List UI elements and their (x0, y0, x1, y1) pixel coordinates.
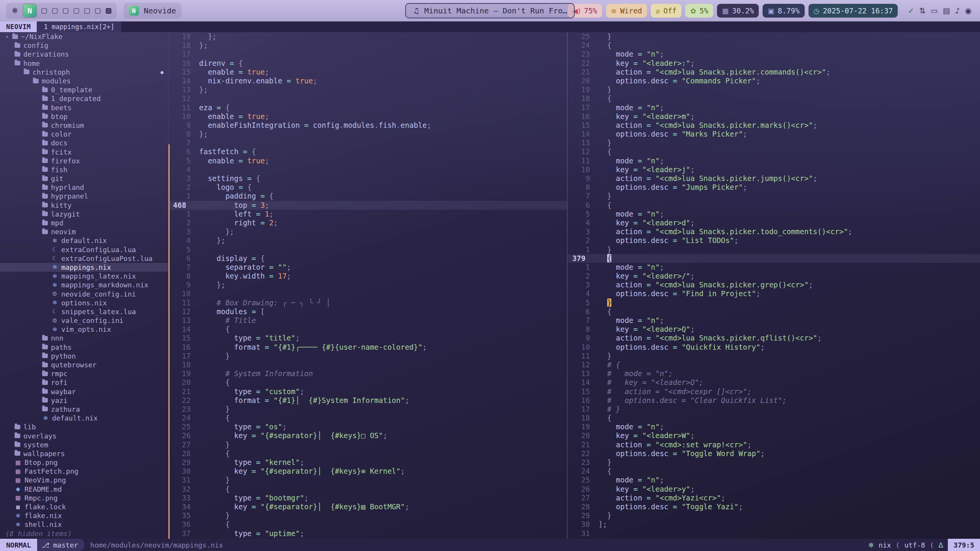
code-line[interactable]: 13 # Title (168, 316, 567, 325)
tree-item-default-nix[interactable]: ❄default.nix (0, 236, 168, 245)
tree-item-color[interactable]: color (0, 130, 168, 139)
code-line[interactable]: 24 { (168, 414, 567, 422)
tree-item-hyprpanel[interactable]: hyprpanel (0, 192, 168, 201)
code-line[interactable]: 13 } (568, 139, 980, 147)
workspace-6[interactable] (74, 8, 79, 14)
tree-item-python[interactable]: python (0, 352, 168, 360)
code-line[interactable]: 7 separator = ""; (168, 263, 567, 272)
code-line[interactable]: 17 (168, 50, 567, 59)
tab-mappings-nix[interactable]: 1 mappings.nix[2+] (37, 21, 121, 32)
code-line[interactable]: 24 { (568, 467, 980, 476)
code-line[interactable]: 13}; (168, 85, 567, 94)
tree-item-qutebrowser[interactable]: qutebrowser (0, 360, 168, 369)
code-line[interactable]: 8 key = "<leader>Q"; (568, 325, 980, 334)
tree-item-snippets-latex-lua[interactable]: ☾snippets_latex.lua (0, 307, 168, 316)
code-line[interactable]: 468 top = 3; (168, 201, 567, 210)
code-line[interactable]: 20 { (168, 378, 567, 387)
code-line[interactable]: 2 options.desc = "List TODOs"; (568, 236, 980, 245)
tree-item-derivations[interactable]: derivations (0, 50, 168, 59)
code-line[interactable]: 3 settings = { (168, 174, 567, 183)
code-line[interactable]: 12 (168, 94, 567, 103)
code-line[interactable]: 14 nix-direnv.enable = true; (168, 77, 567, 85)
code-line[interactable]: 12 { (568, 147, 980, 156)
code-line[interactable]: 19 mode = "n"; (568, 422, 980, 431)
tree-item-shell-nix[interactable]: ❄shell.nix (0, 520, 168, 529)
tree-item-overlays[interactable]: overlays (0, 431, 168, 440)
code-line[interactable]: 24 { (568, 41, 980, 50)
workspace-8[interactable] (95, 8, 101, 14)
neovide-app[interactable]: N Neovide (124, 3, 181, 19)
code-line[interactable]: 17 } (168, 352, 567, 360)
tree-item-firefox[interactable]: firefox (0, 156, 168, 165)
code-line[interactable]: 10 options.desc = "Quickfix History"; (568, 343, 980, 352)
code-line[interactable]: 1 } (568, 245, 980, 254)
code-line[interactable]: 17 # } (568, 405, 980, 414)
code-line[interactable]: 19 }; (168, 32, 567, 41)
code-line[interactable]: 3 action = "<cmd>lua Snacks.picker.grep(… (568, 280, 980, 289)
code-line[interactable]: 20 options.desc = "Commands Picker"; (568, 77, 980, 85)
code-line[interactable]: 20 key = "<leader>W"; (568, 431, 980, 440)
code-line[interactable]: 18}; (168, 41, 567, 50)
tree-item-neovide-config-ini[interactable]: ⚙neovide_config.ini (0, 289, 168, 298)
tree-item-kitty[interactable]: kitty (0, 201, 168, 210)
tree-item-vim-opts-nix[interactable]: ❄vim_opts.nix (0, 325, 168, 334)
code-line[interactable]: 9 }; (168, 280, 567, 289)
workspace-3[interactable] (41, 8, 47, 14)
code-line[interactable]: 25 mode = "n"; (568, 476, 980, 484)
code-line[interactable]: 18 { (568, 94, 980, 103)
tree-item-readme-md[interactable]: ◆README.md (0, 485, 168, 494)
tree-item-btop[interactable]: btop (0, 112, 168, 121)
code-line[interactable]: 37 type = "uptime"; (168, 529, 567, 538)
code-line[interactable]: 14 options.desc = "Marks Picker"; (568, 130, 980, 139)
workspace-9[interactable] (106, 8, 111, 14)
workspace-5[interactable] (63, 8, 69, 14)
tree-item-home[interactable]: home (0, 59, 168, 68)
tree-item-mappings-latex-nix[interactable]: ❄mappings_latex.nix (0, 272, 168, 280)
tree-item-fcitx[interactable]: fcitx (0, 147, 168, 156)
code-line[interactable]: 35 } (168, 511, 567, 520)
keyboard-icon[interactable]: ▤ (943, 6, 950, 15)
code-line[interactable]: 28 options.desc = "Toggle Yazi"; (568, 502, 980, 511)
code-line[interactable]: 1 mode = "n"; (568, 263, 980, 272)
tree-item-christoph[interactable]: christoph● (0, 68, 168, 77)
tree-item-mappings-markdown-nix[interactable]: ❄mappings_markdown.nix (0, 280, 168, 289)
tree-item-rofi[interactable]: rofi (0, 378, 168, 387)
code-line[interactable]: 8 options.desc = "Jumps Picker"; (568, 183, 980, 192)
code-line[interactable]: 21 action = "<cmd>lua Snacks.picker.comm… (568, 68, 980, 77)
workspace-1[interactable]: ❄ (11, 6, 18, 15)
code-line[interactable]: 16direnv = { (168, 59, 567, 68)
code-line[interactable]: 5 } (568, 298, 980, 307)
tree-item-neovim-png[interactable]: ▦NeoVim.png (0, 476, 168, 484)
tree-item-flake-nix[interactable]: ❄flake.nix (0, 511, 168, 520)
code-line[interactable]: 5 (168, 245, 567, 254)
code-line[interactable]: 11 mode = "n"; (568, 156, 980, 165)
code-line[interactable]: 2 logo = { (168, 183, 567, 192)
code-line[interactable]: 10 enable = true; (168, 112, 567, 121)
power-icon[interactable]: ◉ (965, 6, 972, 15)
workspace-4[interactable] (52, 8, 58, 14)
code-line[interactable]: 22 options.desc = "Toggle Word Wrap"; (568, 449, 980, 458)
tree-item-beets[interactable]: beets (0, 103, 168, 112)
code-line[interactable]: 379 { (568, 254, 980, 263)
bluetooth-module[interactable]: ⌀Off (651, 4, 681, 18)
tree-item-lazygit[interactable]: lazygit (0, 210, 168, 218)
code-line[interactable]: 10 (168, 289, 567, 298)
code-line[interactable]: 25 type = "os"; (168, 422, 567, 431)
code-line[interactable]: 26 key = "<leader>y"; (568, 485, 980, 494)
code-line[interactable]: 30]; (568, 520, 980, 529)
code-line[interactable]: 12 modules = [ (168, 307, 567, 316)
code-line[interactable]: 4 options.desc = "Find in Project"; (568, 289, 980, 298)
code-line[interactable]: 27 } (168, 440, 567, 449)
code-line[interactable]: 9 action = "<cmd>lua Snacks.picker.qflis… (568, 334, 980, 342)
code-line[interactable]: 21 type = "custom"; (168, 387, 567, 396)
code-line[interactable]: 4 (168, 165, 567, 174)
tree-item-rmpc[interactable]: rmpc (0, 369, 168, 378)
code-line[interactable]: 3 }; (168, 227, 567, 236)
code-line[interactable]: 16 # options.desc = "Clear Quickfix List… (568, 396, 980, 405)
tree-item-nnn[interactable]: nnn (0, 334, 168, 342)
tree-item-system[interactable]: system (0, 440, 168, 449)
tree-item-flake-lock[interactable]: ◼flake.lock (0, 502, 168, 511)
code-line[interactable]: 14 { (168, 325, 567, 334)
code-line[interactable]: 5 enable = true; (168, 156, 567, 165)
tree-item-rmpc-png[interactable]: ▦Rmpc.png (0, 494, 168, 502)
